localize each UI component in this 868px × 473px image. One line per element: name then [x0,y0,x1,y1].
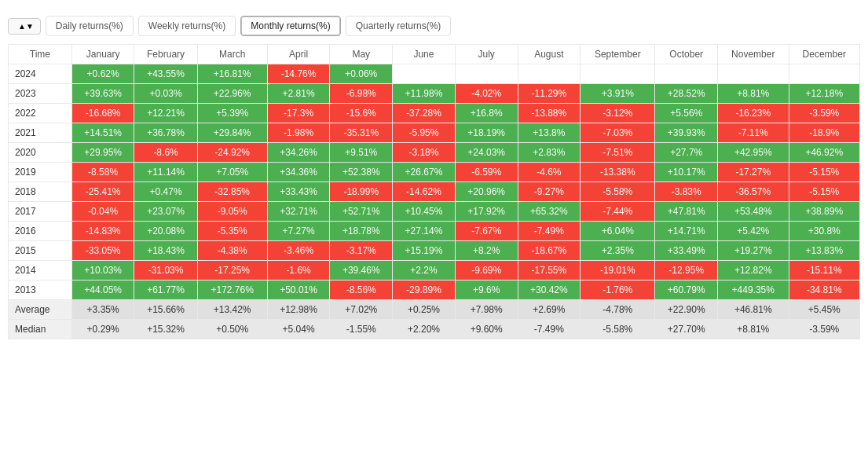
column-header: August [518,45,580,64]
data-cell: +39.93% [655,123,718,143]
data-cell: +5.39% [197,104,267,123]
column-header: July [455,45,518,64]
data-cell: -4.38% [197,241,267,261]
data-cell: -4.6% [518,163,580,182]
table-row: 2016-14.83%+20.08%-5.35%+7.27%+18.78%+27… [9,222,860,241]
year-cell: 2022 [9,104,72,123]
data-cell: -36.57% [718,182,789,202]
tab-quarterly[interactable]: Quarterly returns(%) [346,16,452,36]
data-cell: +5.56% [655,104,718,123]
data-cell: -12.95% [655,261,718,280]
data-cell: +18.78% [330,222,393,241]
median-cell: +5.04% [267,320,330,339]
column-header: January [71,45,134,64]
median-cell: +8.81% [718,320,789,339]
data-cell: +32.71% [267,202,330,222]
data-cell: +52.38% [330,163,393,182]
data-cell: +26.67% [393,163,456,182]
data-cell: +8.2% [455,241,518,261]
median-cell: -1.55% [330,320,393,339]
data-cell: +52.71% [330,202,393,222]
table-row: 2017-0.04%+23.07%-9.05%+32.71%+52.71%+10… [9,202,860,222]
data-cell: +172.76% [197,280,267,300]
year-cell: 2014 [9,261,72,280]
data-cell: -33.05% [71,241,134,261]
table-row: 2018-25.41%+0.47%-32.85%+33.43%-18.99%-1… [9,182,860,202]
data-cell: +39.63% [71,84,134,104]
data-cell [393,64,456,84]
data-cell: -7.44% [580,202,655,222]
data-cell: -25.41% [71,182,134,202]
data-cell: -32.85% [197,182,267,202]
median-cell: +9.60% [455,320,518,339]
data-cell: +0.06% [330,64,393,84]
data-cell: -16.23% [718,104,789,123]
asset-selector[interactable]: ▲▼ [8,18,41,35]
data-cell: +29.95% [71,143,134,163]
data-cell: +12.82% [718,261,789,280]
data-cell: -17.3% [267,104,330,123]
data-cell: +19.27% [718,241,789,261]
data-cell: +11.98% [393,84,456,104]
data-cell: +47.81% [655,202,718,222]
data-cell: +16.81% [197,64,267,84]
table-row: 2023+39.63%+0.03%+22.96%+2.81%-6.98%+11.… [9,84,860,104]
data-cell: -11.29% [518,84,580,104]
data-cell: +46.92% [789,143,860,163]
data-cell: -1.98% [267,123,330,143]
data-cell: +0.03% [134,84,197,104]
data-cell: +22.96% [197,84,267,104]
data-cell: -3.18% [393,143,456,163]
year-cell: 2020 [9,143,72,163]
average-cell: +3.35% [71,300,134,320]
tab-daily[interactable]: Daily returns(%) [46,16,134,36]
table-row: 2013+44.05%+61.77%+172.76%+50.01%-8.56%-… [9,280,860,300]
returns-table: TimeJanuaryFebruaryMarchAprilMayJuneJuly… [8,44,860,339]
data-cell: +7.05% [197,163,267,182]
data-cell: +30.42% [518,280,580,300]
tab-weekly[interactable]: Weekly returns(%) [138,16,236,36]
table-row: 2019-8.58%+11.14%+7.05%+34.36%+52.38%+26… [9,163,860,182]
data-cell [455,64,518,84]
average-cell: +12.98% [267,300,330,320]
year-cell: 2019 [9,163,72,182]
data-cell: +2.83% [518,143,580,163]
data-cell: +10.17% [655,163,718,182]
data-cell: -3.12% [580,104,655,123]
column-header: December [789,45,860,64]
average-cell: +5.45% [789,300,860,320]
average-cell: +2.69% [518,300,580,320]
data-cell: +3.91% [580,84,655,104]
data-cell: +28.52% [655,84,718,104]
average-cell: -4.78% [580,300,655,320]
average-cell: +46.81% [718,300,789,320]
tab-monthly[interactable]: Monthly returns(%) [240,16,340,36]
data-cell: -9.69% [455,261,518,280]
average-cell: +7.02% [330,300,393,320]
data-cell: +44.05% [71,280,134,300]
average-row: Average+3.35%+15.66%+13.42%+12.98%+7.02%… [9,300,860,320]
data-cell: -13.88% [518,104,580,123]
data-cell: +61.77% [134,280,197,300]
data-cell: -8.6% [134,143,197,163]
average-label: Average [9,300,72,320]
data-cell: -17.25% [197,261,267,280]
data-cell: -6.59% [455,163,518,182]
median-cell: -7.49% [518,320,580,339]
column-header: March [197,45,267,64]
data-cell: +0.62% [71,64,134,84]
data-cell: -7.67% [455,222,518,241]
data-cell: -5.95% [393,123,456,143]
data-cell: +18.19% [455,123,518,143]
data-cell [789,64,860,84]
data-cell: -19.01% [580,261,655,280]
average-cell: +7.98% [455,300,518,320]
table-row: 2014+10.03%-31.03%-17.25%-1.6%+39.46%+2.… [9,261,860,280]
data-cell: -8.58% [71,163,134,182]
data-cell: -9.05% [197,202,267,222]
year-cell: 2021 [9,123,72,143]
data-cell: +12.21% [134,104,197,123]
data-cell: +13.8% [518,123,580,143]
column-header: November [718,45,789,64]
column-header: Time [9,45,72,64]
